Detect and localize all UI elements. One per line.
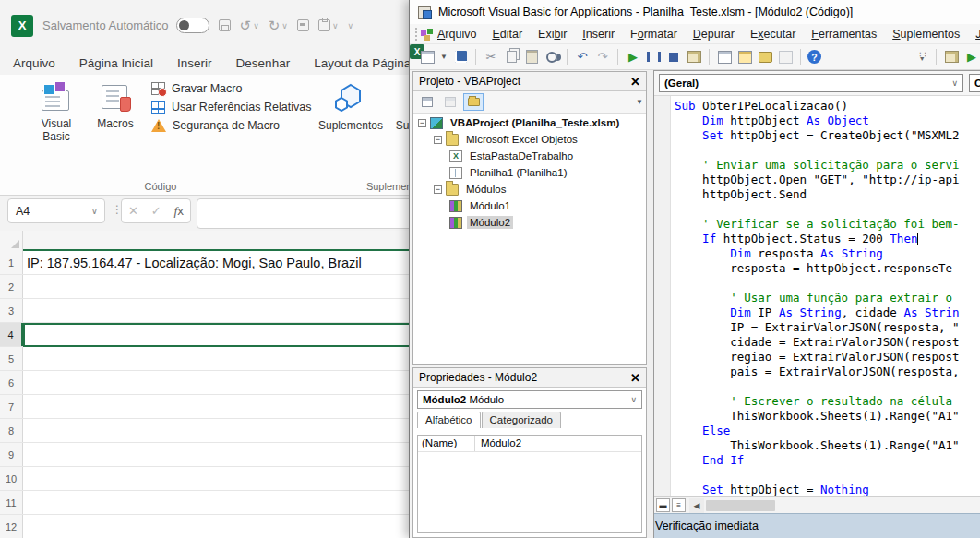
properties-object-selector[interactable]: Módulo2 Módulo ∨ xyxy=(417,390,642,409)
code-line-2[interactable]: Dim httpObject As Object xyxy=(675,114,980,128)
code-line-9[interactable]: ' Verificar se a solicitação foi bem- xyxy=(675,217,980,232)
property-row[interactable]: (Name)Módulo2 xyxy=(418,436,641,452)
row-header-1[interactable]: 1 xyxy=(0,251,23,274)
paste-icon[interactable] xyxy=(523,49,540,66)
view-dropdown-caret[interactable]: ▼ xyxy=(439,49,448,66)
redo-button[interactable]: ↻∨ xyxy=(269,18,288,34)
record-macro-button[interactable]: Gravar Macro xyxy=(151,82,311,95)
menubar-grip[interactable] xyxy=(415,28,419,41)
code-line-15[interactable]: Dim IP As String, cidade As Strin xyxy=(675,305,980,320)
code-line-12[interactable]: resposta = httpObject.responseTe xyxy=(675,261,980,276)
redo-icon[interactable]: ↷ xyxy=(594,49,611,66)
code-line-25[interactable]: End If xyxy=(675,453,980,468)
view-code-button[interactable] xyxy=(417,93,437,111)
customize-toolbar-button[interactable]: ∨ xyxy=(318,19,339,31)
properties-tab-categorizado[interactable]: Categorizado xyxy=(482,412,561,428)
code-line-7[interactable]: httpObject.Send xyxy=(675,187,980,202)
code-line-14[interactable]: ' Usar uma função para extrair o xyxy=(675,291,980,305)
properties-close-icon[interactable]: ✕ xyxy=(630,372,640,384)
collapse-box-icon[interactable]: − xyxy=(418,119,426,127)
scroll-left-icon[interactable]: ◀ xyxy=(689,498,704,513)
tab-arquivo[interactable]: Arquivo xyxy=(13,56,55,70)
tree-node-m-dulo1[interactable]: Módulo1 xyxy=(413,197,646,214)
confirm-entry-icon[interactable]: ✓ xyxy=(151,204,161,218)
code-margin[interactable] xyxy=(654,96,671,496)
row-header-9[interactable]: 9 xyxy=(0,443,23,466)
tree-node-planilha1-planilha1-[interactable]: Planilha1 (Planilha1) xyxy=(413,164,646,181)
tree-node-m-dulo2[interactable]: Módulo2 xyxy=(413,214,646,231)
find-icon[interactable] xyxy=(544,49,560,66)
properties-tab-alfabético[interactable]: Alfabético xyxy=(417,412,481,428)
object-browser-icon[interactable] xyxy=(777,49,794,66)
name-box[interactable]: A4 ∨ xyxy=(7,198,105,223)
panel-splitter[interactable] xyxy=(647,70,653,538)
stop-icon[interactable] xyxy=(665,49,682,66)
code-line-22[interactable]: ThisWorkbook.Sheets(1).Range("A1" xyxy=(675,409,980,424)
cut-icon[interactable]: ✂ xyxy=(483,49,499,66)
menu-arquivo[interactable]: Arquivo xyxy=(437,28,476,41)
code-line-17[interactable]: cidade = ExtrairValorJSON(respost xyxy=(675,335,980,350)
pause-icon[interactable] xyxy=(645,49,662,66)
name-box-caret-icon[interactable]: ∨ xyxy=(91,206,98,216)
menu-depurar[interactable]: Depurar xyxy=(693,28,735,41)
row-header-11[interactable]: 11 xyxy=(0,491,23,514)
menu-exibir[interactable]: Exibir xyxy=(538,28,567,41)
save-icon[interactable] xyxy=(452,49,469,66)
properties-window-icon[interactable] xyxy=(736,49,753,66)
menu-janela[interactable]: Janela xyxy=(975,28,980,41)
undo-icon[interactable]: ↶ xyxy=(574,49,591,66)
code-line-6[interactable]: httpObject.Open "GET", "http://ip-api xyxy=(675,173,980,187)
collapse-box-icon[interactable]: − xyxy=(434,136,442,144)
tab-desenhar[interactable]: Desenhar xyxy=(236,56,291,70)
visual-basic-button[interactable]: Visual Basic xyxy=(28,82,85,143)
toggle-folders-button[interactable] xyxy=(463,93,484,111)
view-object-button[interactable] xyxy=(440,93,460,111)
tab-layout-da-p-gina[interactable]: Layout da Página xyxy=(314,56,411,70)
row-header-12[interactable]: 12 xyxy=(0,515,23,538)
immediate-window-titlebar[interactable]: Verificação imediata xyxy=(653,513,980,538)
code-line-8[interactable] xyxy=(675,202,980,217)
toolbar-overflow[interactable]: ⠅⠅▼ xyxy=(918,49,929,66)
tab-p-gina-inicial[interactable]: Página Inicial xyxy=(79,56,153,70)
row-header-4[interactable]: 4 xyxy=(0,323,23,346)
code-line-19[interactable]: pais = ExtrairValorJSON(resposta, xyxy=(675,365,980,379)
row-header-7[interactable]: 7 xyxy=(0,395,23,418)
code-line-5[interactable]: ' Enviar uma solicitação para o servi xyxy=(675,158,980,173)
tree-node-m-dulos[interactable]: −Módulos xyxy=(413,181,646,197)
project-close-icon[interactable]: ✕ xyxy=(630,76,640,88)
addins-button[interactable]: Suplementos xyxy=(308,82,393,132)
autosave-toggle[interactable] xyxy=(176,18,209,33)
full-module-view-button[interactable]: ≡ xyxy=(672,498,686,512)
relative-references-button[interactable]: Usar Referências Relativas xyxy=(151,101,311,114)
code-editor[interactable]: Sub ObterIPeLocalizacao() Dim httpObject… xyxy=(654,96,980,496)
row-header-3[interactable]: 3 xyxy=(0,299,23,322)
insert-function-button[interactable]: fx xyxy=(174,204,185,219)
project-scroll-caret-icon[interactable]: ▼ xyxy=(636,98,643,106)
row-header-6[interactable]: 6 xyxy=(0,371,23,394)
code-line-23[interactable]: Else xyxy=(675,424,980,438)
code-lines[interactable]: Sub ObterIPeLocalizacao() Dim httpObject… xyxy=(675,99,980,496)
code-line-3[interactable]: Set httpObject = CreateObject("MSXML2 xyxy=(675,128,980,143)
select-all-corner[interactable] xyxy=(0,231,23,251)
menu-executar[interactable]: Executar xyxy=(750,28,795,41)
menu-editar[interactable]: Editar xyxy=(492,28,522,41)
toolbox-icon[interactable] xyxy=(757,49,773,66)
row-header-10[interactable]: 10 xyxy=(0,467,23,490)
code-line-20[interactable] xyxy=(675,379,980,394)
help-icon[interactable]: ? xyxy=(807,50,821,64)
code-line-27[interactable]: Set httpObject = Nothing xyxy=(675,483,980,496)
cancel-entry-icon[interactable]: ✕ xyxy=(128,204,138,218)
code-line-4[interactable] xyxy=(675,143,980,158)
tree-node-estapastadetrabalho[interactable]: EstaPastaDeTrabalho xyxy=(413,148,646,164)
collapse-box-icon[interactable]: − xyxy=(434,185,442,194)
undo-button[interactable]: ↺∨ xyxy=(240,18,259,34)
design-mode-icon[interactable] xyxy=(686,49,702,66)
print-preview-button[interactable] xyxy=(297,19,309,31)
macros-button[interactable]: Macros xyxy=(87,82,144,130)
code-line-16[interactable]: IP = ExtrairValorJSON(resposta, " xyxy=(675,320,980,335)
tree-node-microsoft-excel-objetos[interactable]: −Microsoft Excel Objetos xyxy=(413,131,646,148)
tree-node-vbaproject-planilha-teste-xlsm-[interactable]: −VBAProject (Planilha_Teste.xlsm) xyxy=(413,114,646,131)
design-mode-icon[interactable] xyxy=(943,49,960,66)
code-line-21[interactable]: ' Escrever o resultado na célula xyxy=(675,394,980,409)
row-header-8[interactable]: 8 xyxy=(0,419,23,442)
